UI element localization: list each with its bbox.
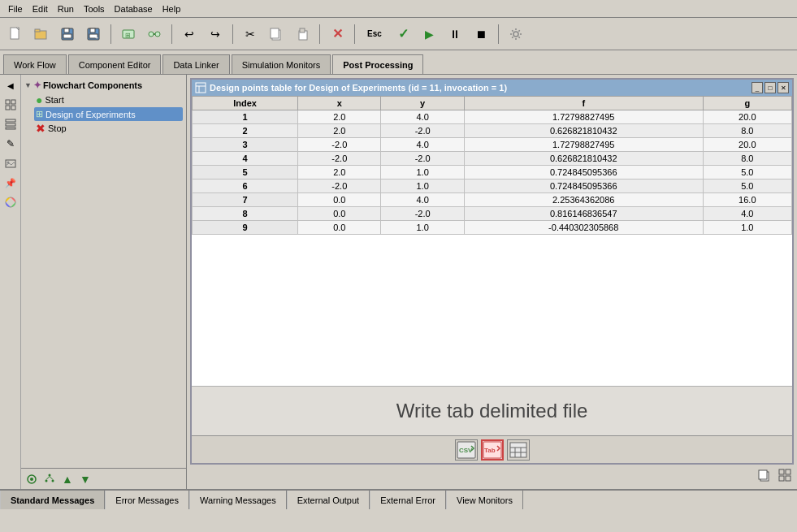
col-g: g (703, 97, 791, 110)
node-small-btn[interactable] (24, 472, 39, 487)
col-x: x (298, 97, 381, 110)
table-row: 4-2.0-2.00.6268218104328.0 (193, 152, 792, 166)
tile-windows-btn[interactable] (776, 466, 794, 484)
cell-index-6: 7 (193, 193, 298, 207)
play-button[interactable]: ▶ (417, 22, 441, 46)
doe-icon: ⊞ (36, 109, 43, 119)
paste-button[interactable] (290, 22, 314, 46)
menubar: File Edit Run Tools Database Help (0, 0, 797, 18)
start-label: Start (45, 95, 63, 105)
menu-run[interactable]: Run (53, 2, 79, 15)
cell-x-6: 0.0 (298, 193, 381, 207)
pin-btn[interactable]: 📌 (2, 174, 19, 192)
cell-index-2: 3 (193, 138, 298, 152)
svg-rect-4 (64, 28, 69, 32)
svg-rect-16 (271, 28, 279, 38)
svg-point-34 (52, 479, 54, 482)
csv-button[interactable]: CSV (455, 439, 478, 461)
cut-button[interactable]: ✂ (238, 22, 262, 46)
sidebar-item-doe[interactable]: ⊞ Design of Experiments (34, 107, 183, 121)
stop-x-button[interactable]: ✕ (325, 22, 349, 46)
cell-y-0: 4.0 (381, 110, 464, 124)
component-button[interactable]: ⊞ (116, 22, 141, 46)
window-close-btn[interactable]: ✕ (778, 82, 789, 93)
menu-edit[interactable]: Edit (28, 2, 53, 15)
cell-y-5: 1.0 (381, 179, 464, 193)
save-button[interactable] (55, 22, 80, 46)
pencil-btn[interactable]: ✎ (2, 135, 19, 153)
col-f: f (464, 97, 703, 110)
table-format-button[interactable] (507, 439, 530, 461)
cell-x-1: 2.0 (298, 124, 381, 138)
status-tab-view-monitors[interactable]: View Monitors (446, 491, 523, 509)
tab-component-editor[interactable]: Component Editor (68, 54, 162, 74)
window-title: Design points table for Design of Experi… (210, 83, 507, 93)
save-as-button[interactable]: + (81, 22, 106, 46)
down-btn[interactable]: ▼ (78, 472, 93, 487)
menu-tools[interactable]: Tools (79, 2, 110, 15)
settings-button[interactable] (504, 22, 528, 46)
tab-button[interactable]: Tab (481, 439, 504, 461)
tab-workflow[interactable]: Work Flow (3, 54, 67, 74)
cell-index-5: 6 (193, 179, 298, 193)
open-button[interactable] (29, 22, 54, 46)
status-tab-external-output[interactable]: External Output (287, 491, 370, 509)
pause-button[interactable]: ⏸ (443, 22, 467, 46)
sidebar-item-start[interactable]: ● Start (34, 93, 183, 107)
status-tab-warning[interactable]: Warning Messages (189, 491, 287, 509)
cell-y-1: -2.0 (381, 124, 464, 138)
new-button[interactable] (3, 22, 28, 46)
check-button[interactable]: ✓ (391, 22, 415, 46)
copy-windows-btn[interactable] (755, 466, 773, 484)
svg-point-12 (149, 32, 154, 37)
tab-post-processing[interactable]: Post Processing (332, 54, 423, 74)
cell-x-3: -2.0 (298, 152, 381, 166)
redo-button[interactable]: ↪ (203, 22, 227, 46)
grid-view-btn[interactable] (2, 96, 19, 114)
esc-button[interactable]: Esc (360, 22, 389, 46)
menu-file[interactable]: File (3, 2, 28, 15)
svg-line-36 (50, 476, 53, 479)
toolbar: + ⊞ ↩ ↪ ✂ ✕ Esc ✓ ▶ ⏸ ⏹ (0, 18, 797, 50)
col-y: y (381, 97, 464, 110)
status-tab-external-error[interactable]: External Error (370, 491, 446, 509)
status-tab-error[interactable]: Error Messages (105, 491, 189, 509)
svg-point-13 (155, 32, 160, 37)
menu-help[interactable]: Help (158, 2, 186, 15)
image-btn[interactable] (2, 154, 19, 172)
link-button[interactable] (142, 22, 167, 46)
sidebar-item-stop[interactable]: ✖ Stop (34, 121, 183, 136)
cell-index-4: 5 (193, 166, 298, 179)
cell-y-6: 4.0 (381, 193, 464, 207)
table-container[interactable]: Index x y f g 12.04.01.7279882749520.022… (192, 96, 792, 386)
color-btn[interactable] (2, 193, 19, 211)
cell-f-5: 0.724845095366 (464, 179, 703, 193)
window-maximize-btn[interactable]: □ (765, 82, 776, 93)
status-tab-standard[interactable]: Standard Messages (0, 491, 105, 509)
sidebar-header-label: Flowchart Components (43, 80, 142, 90)
svg-rect-54 (786, 476, 791, 481)
tree-expand-icon[interactable]: ▼ (24, 81, 32, 89)
sidebar-header: ▼ ✦ Flowchart Components (24, 78, 183, 93)
window-minimize-btn[interactable]: _ (752, 82, 763, 93)
svg-line-35 (46, 476, 50, 479)
table-row: 70.04.02.2536436208616.0 (193, 193, 792, 207)
tab-simulation-monitors[interactable]: Simulation Monitors (232, 54, 331, 74)
list-view-btn[interactable] (2, 115, 19, 133)
stop2-button[interactable]: ⏹ (469, 22, 493, 46)
svg-rect-52 (786, 469, 791, 474)
undo-button[interactable]: ↩ (177, 22, 201, 46)
left-arrow-btn[interactable]: ◀ (2, 76, 19, 94)
cell-f-8: -0.440302305868 (464, 221, 703, 235)
svg-rect-53 (779, 476, 784, 481)
tabbar: Work Flow Component Editor Data Linker S… (0, 50, 797, 75)
up-btn[interactable]: ▲ (60, 472, 75, 487)
tab-data-linker[interactable]: Data Linker (162, 54, 229, 74)
cell-index-3: 4 (193, 152, 298, 166)
stop-label: Stop (48, 123, 67, 133)
tree-btn[interactable] (42, 472, 57, 487)
copy-button[interactable] (264, 22, 288, 46)
menu-database[interactable]: Database (110, 2, 158, 15)
table-row: 22.0-2.00.6268218104328.0 (193, 124, 792, 138)
svg-rect-21 (11, 100, 15, 104)
